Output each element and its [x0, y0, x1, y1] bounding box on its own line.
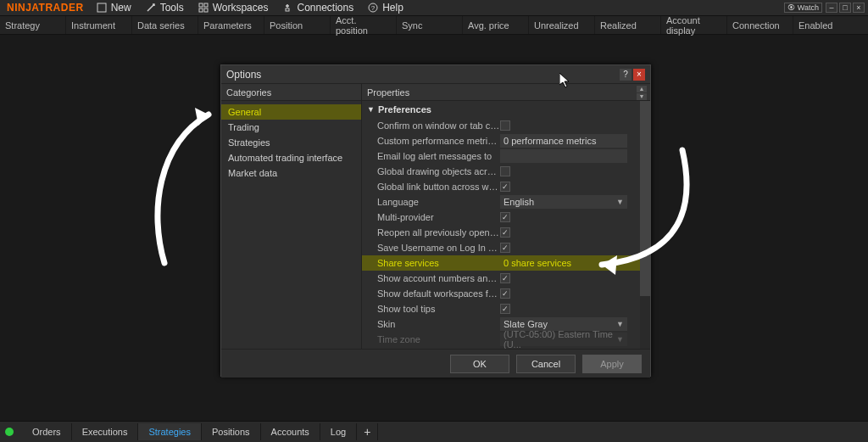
input-email-log[interactable]	[500, 149, 627, 163]
svg-rect-2	[204, 3, 208, 7]
collapse-icon: ▼	[367, 105, 375, 114]
minimize-button[interactable]: –	[826, 3, 837, 13]
tools-icon	[145, 2, 157, 14]
prop-row-show-default-ws: Show default workspaces folder✓	[362, 286, 650, 301]
checkbox-show-default-ws[interactable]: ✓	[500, 288, 510, 299]
tab-strategies[interactable]: Strategies	[138, 423, 202, 440]
prop-row-multi-provider: Multi-provider✓	[362, 210, 650, 225]
col-data-series[interactable]: Data series	[132, 16, 198, 34]
menu-workspaces-label: Workspaces	[213, 2, 269, 14]
connections-icon	[281, 2, 293, 14]
col-strategy[interactable]: Strategy	[0, 16, 66, 34]
svg-text:?: ?	[371, 4, 376, 12]
dialog-title-text: Options	[226, 69, 261, 81]
prop-row-email-log: Email log alert messages to	[362, 148, 650, 164]
watch-button[interactable]: ⦿ Watch	[784, 3, 822, 13]
col-parameters[interactable]: Parameters	[198, 16, 264, 34]
checkbox-show-account[interactable]: ✓	[500, 273, 510, 283]
select-language[interactable]: English▼	[500, 195, 627, 209]
categories-header: Categories	[221, 84, 361, 101]
menu-help-label: Help	[382, 2, 403, 14]
col-unrealized[interactable]: Unrealized	[529, 16, 595, 34]
category-general[interactable]: General	[221, 104, 361, 120]
apply-button[interactable]: Apply	[582, 355, 642, 373]
section-preferences[interactable]: ▼Preferences	[362, 101, 650, 118]
checkbox-show-tooltips[interactable]: ✓	[500, 304, 510, 314]
category-trading[interactable]: Trading	[221, 120, 361, 135]
prop-row-share-services: Share services0 share services	[362, 255, 650, 271]
prop-row-custom-perf: Custom performance metric(s)0 performanc…	[362, 133, 650, 148]
category-market-data[interactable]: Market data	[221, 165, 361, 181]
checkbox-save-user[interactable]: ✓	[500, 243, 510, 253]
category-strategies[interactable]: Strategies	[221, 135, 361, 150]
menu-new[interactable]: New	[96, 2, 131, 14]
tab-positions[interactable]: Positions	[202, 423, 261, 440]
tab-log[interactable]: Log	[320, 423, 357, 440]
dialog-titlebar[interactable]: Options ? ×	[221, 65, 650, 84]
brand-logo: NINJATRADER	[7, 2, 84, 14]
svg-rect-5	[286, 8, 289, 11]
checkbox-multi-provider[interactable]: ✓	[500, 212, 510, 222]
prop-row-global-link: Global link button across work...✓	[362, 179, 650, 194]
properties-header: Properties ▲▼	[362, 84, 650, 101]
titlebar-controls: ⦿ Watch – □ ×	[784, 3, 868, 13]
prop-row-global-drawing: Global drawing objects across...	[362, 164, 650, 179]
prop-row-reopen: Reopen all previously open wo...✓	[362, 225, 650, 240]
menu-new-label: New	[111, 2, 131, 14]
checkbox-reopen[interactable]: ✓	[500, 227, 510, 238]
prop-row-show-account: Show account numbers and b...✓	[362, 271, 650, 286]
categories-pane: Categories General Trading Strategies Au…	[221, 84, 362, 349]
tab-accounts[interactable]: Accounts	[261, 423, 320, 440]
bottom-tab-bar: Orders Executions Strategies Positions A…	[0, 421, 868, 442]
dialog-button-bar: OK Cancel Apply	[221, 349, 650, 378]
ok-button[interactable]: OK	[450, 355, 509, 373]
menu-connections-label: Connections	[297, 2, 353, 14]
checkbox-global-drawing[interactable]	[500, 166, 510, 176]
svg-rect-3	[199, 8, 203, 12]
col-avg-price[interactable]: Avg. price	[463, 16, 529, 34]
menu-workspaces[interactable]: Workspaces	[198, 2, 269, 14]
tab-executions[interactable]: Executions	[72, 423, 139, 440]
col-instrument[interactable]: Instrument	[66, 16, 132, 34]
col-account-display[interactable]: Account display	[661, 16, 727, 34]
chevron-down-icon: ▼	[616, 198, 624, 206]
prop-row-confirm-close: Confirm on window or tab close	[362, 118, 650, 133]
select-timezone[interactable]: (UTC-05:00) Eastern Time (U...▼	[500, 333, 627, 346]
col-sync[interactable]: Sync	[397, 16, 463, 34]
prop-row-timezone: Time zone(UTC-05:00) Eastern Time (U...▼	[362, 332, 650, 347]
category-ati[interactable]: Automated trading interface	[221, 150, 361, 165]
prop-row-show-tooltips: Show tool tips✓	[362, 301, 650, 316]
scrollbar-track[interactable]	[640, 101, 650, 349]
svg-rect-4	[204, 8, 208, 12]
properties-spinner[interactable]: ▲▼	[637, 86, 647, 101]
workspaces-icon	[198, 2, 209, 14]
close-button[interactable]: ×	[853, 3, 865, 13]
menu-bar: NINJATRADER New Tools Workspaces Connect…	[0, 0, 868, 16]
col-position[interactable]: Position	[264, 16, 331, 34]
chevron-down-icon: ▼	[616, 320, 624, 328]
properties-pane: Properties ▲▼ ▼Preferences Confirm on wi…	[362, 84, 650, 349]
tab-add[interactable]: +	[357, 423, 378, 440]
svg-rect-1	[199, 3, 203, 7]
tab-orders[interactable]: Orders	[22, 423, 72, 440]
cancel-button[interactable]: Cancel	[516, 355, 576, 373]
maximize-button[interactable]: □	[839, 3, 851, 13]
col-enabled[interactable]: Enabled	[793, 16, 860, 34]
col-connection[interactable]: Connection	[727, 16, 793, 34]
dialog-help-button[interactable]: ?	[620, 69, 632, 81]
menu-connections[interactable]: Connections	[281, 2, 353, 14]
col-realized[interactable]: Realized	[595, 16, 661, 34]
value-share-services[interactable]: 0 share services	[500, 256, 627, 270]
menu-help[interactable]: ? Help	[367, 2, 403, 14]
checkbox-global-link[interactable]: ✓	[500, 182, 510, 192]
value-custom-perf[interactable]: 0 performance metrics	[500, 134, 627, 148]
menu-tools[interactable]: Tools	[145, 2, 184, 14]
col-acct-position[interactable]: Acct. position	[331, 16, 397, 34]
grid-column-headers: Strategy Instrument Data series Paramete…	[0, 16, 868, 35]
new-icon	[96, 2, 108, 14]
checkbox-confirm-close[interactable]	[500, 120, 510, 131]
scrollbar-thumb[interactable]	[640, 101, 650, 296]
help-icon: ?	[367, 2, 379, 14]
connection-status-icon	[5, 428, 14, 436]
dialog-close-button[interactable]: ×	[633, 69, 645, 81]
